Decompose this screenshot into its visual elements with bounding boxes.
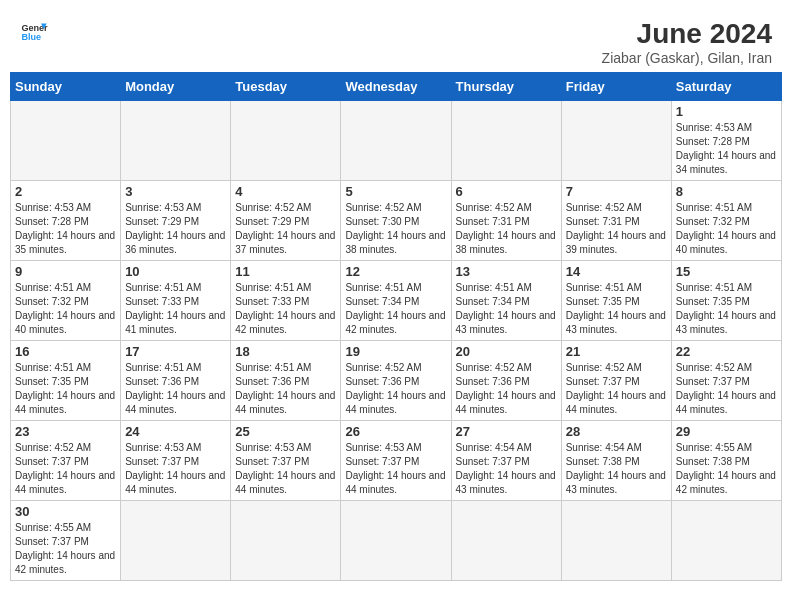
day-info: Sunrise: 4:52 AMSunset: 7:36 PMDaylight:…: [345, 361, 446, 417]
day-info: Sunrise: 4:55 AMSunset: 7:37 PMDaylight:…: [15, 521, 116, 577]
day-number: 2: [15, 184, 116, 199]
day-number: 5: [345, 184, 446, 199]
day-number: 11: [235, 264, 336, 279]
day-number: 24: [125, 424, 226, 439]
day-info: Sunrise: 4:51 AMSunset: 7:35 PMDaylight:…: [676, 281, 777, 337]
logo: General Blue: [20, 18, 48, 46]
day-info: Sunrise: 4:52 AMSunset: 7:31 PMDaylight:…: [566, 201, 667, 257]
calendar-title: June 2024: [602, 18, 772, 50]
day-number: 18: [235, 344, 336, 359]
table-row: 23Sunrise: 4:52 AMSunset: 7:37 PMDayligh…: [11, 421, 121, 501]
table-row: 11Sunrise: 4:51 AMSunset: 7:33 PMDayligh…: [231, 261, 341, 341]
day-number: 28: [566, 424, 667, 439]
table-row: [231, 501, 341, 581]
table-row: [451, 501, 561, 581]
day-number: 4: [235, 184, 336, 199]
day-info: Sunrise: 4:52 AMSunset: 7:37 PMDaylight:…: [676, 361, 777, 417]
svg-text:Blue: Blue: [21, 32, 41, 42]
day-number: 8: [676, 184, 777, 199]
table-row: [341, 101, 451, 181]
day-info: Sunrise: 4:52 AMSunset: 7:29 PMDaylight:…: [235, 201, 336, 257]
header: General Blue June 2024 Ziabar (Gaskar), …: [10, 10, 782, 72]
table-row: [121, 101, 231, 181]
header-wednesday: Wednesday: [341, 73, 451, 101]
day-info: Sunrise: 4:52 AMSunset: 7:37 PMDaylight:…: [15, 441, 116, 497]
table-row: 19Sunrise: 4:52 AMSunset: 7:36 PMDayligh…: [341, 341, 451, 421]
day-info: Sunrise: 4:53 AMSunset: 7:28 PMDaylight:…: [15, 201, 116, 257]
table-row: 15Sunrise: 4:51 AMSunset: 7:35 PMDayligh…: [671, 261, 781, 341]
day-number: 1: [676, 104, 777, 119]
title-area: June 2024 Ziabar (Gaskar), Gilan, Iran: [602, 18, 772, 66]
table-row: 13Sunrise: 4:51 AMSunset: 7:34 PMDayligh…: [451, 261, 561, 341]
day-info: Sunrise: 4:52 AMSunset: 7:30 PMDaylight:…: [345, 201, 446, 257]
day-number: 9: [15, 264, 116, 279]
day-info: Sunrise: 4:51 AMSunset: 7:35 PMDaylight:…: [566, 281, 667, 337]
table-row: [671, 501, 781, 581]
day-number: 15: [676, 264, 777, 279]
table-row: 28Sunrise: 4:54 AMSunset: 7:38 PMDayligh…: [561, 421, 671, 501]
day-info: Sunrise: 4:52 AMSunset: 7:37 PMDaylight:…: [566, 361, 667, 417]
day-number: 23: [15, 424, 116, 439]
logo-icon: General Blue: [20, 18, 48, 46]
day-info: Sunrise: 4:51 AMSunset: 7:35 PMDaylight:…: [15, 361, 116, 417]
day-info: Sunrise: 4:51 AMSunset: 7:34 PMDaylight:…: [345, 281, 446, 337]
day-info: Sunrise: 4:51 AMSunset: 7:36 PMDaylight:…: [235, 361, 336, 417]
day-info: Sunrise: 4:53 AMSunset: 7:37 PMDaylight:…: [345, 441, 446, 497]
day-number: 7: [566, 184, 667, 199]
table-row: 29Sunrise: 4:55 AMSunset: 7:38 PMDayligh…: [671, 421, 781, 501]
header-friday: Friday: [561, 73, 671, 101]
day-number: 3: [125, 184, 226, 199]
table-row: 30Sunrise: 4:55 AMSunset: 7:37 PMDayligh…: [11, 501, 121, 581]
day-number: 27: [456, 424, 557, 439]
day-number: 19: [345, 344, 446, 359]
table-row: 7Sunrise: 4:52 AMSunset: 7:31 PMDaylight…: [561, 181, 671, 261]
table-row: 12Sunrise: 4:51 AMSunset: 7:34 PMDayligh…: [341, 261, 451, 341]
table-row: [341, 501, 451, 581]
calendar-table: Sunday Monday Tuesday Wednesday Thursday…: [10, 72, 782, 581]
table-row: 18Sunrise: 4:51 AMSunset: 7:36 PMDayligh…: [231, 341, 341, 421]
day-number: 16: [15, 344, 116, 359]
table-row: 10Sunrise: 4:51 AMSunset: 7:33 PMDayligh…: [121, 261, 231, 341]
table-row: [561, 101, 671, 181]
table-row: 4Sunrise: 4:52 AMSunset: 7:29 PMDaylight…: [231, 181, 341, 261]
weekday-header-row: Sunday Monday Tuesday Wednesday Thursday…: [11, 73, 782, 101]
day-info: Sunrise: 4:54 AMSunset: 7:38 PMDaylight:…: [566, 441, 667, 497]
table-row: 2Sunrise: 4:53 AMSunset: 7:28 PMDaylight…: [11, 181, 121, 261]
table-row: 6Sunrise: 4:52 AMSunset: 7:31 PMDaylight…: [451, 181, 561, 261]
table-row: [451, 101, 561, 181]
header-saturday: Saturday: [671, 73, 781, 101]
table-row: [121, 501, 231, 581]
table-row: 3Sunrise: 4:53 AMSunset: 7:29 PMDaylight…: [121, 181, 231, 261]
day-number: 26: [345, 424, 446, 439]
day-number: 21: [566, 344, 667, 359]
table-row: [561, 501, 671, 581]
day-number: 13: [456, 264, 557, 279]
day-number: 29: [676, 424, 777, 439]
table-row: 9Sunrise: 4:51 AMSunset: 7:32 PMDaylight…: [11, 261, 121, 341]
calendar-subtitle: Ziabar (Gaskar), Gilan, Iran: [602, 50, 772, 66]
table-row: 16Sunrise: 4:51 AMSunset: 7:35 PMDayligh…: [11, 341, 121, 421]
header-tuesday: Tuesday: [231, 73, 341, 101]
day-number: 25: [235, 424, 336, 439]
day-number: 30: [15, 504, 116, 519]
table-row: 27Sunrise: 4:54 AMSunset: 7:37 PMDayligh…: [451, 421, 561, 501]
day-info: Sunrise: 4:54 AMSunset: 7:37 PMDaylight:…: [456, 441, 557, 497]
day-number: 12: [345, 264, 446, 279]
header-sunday: Sunday: [11, 73, 121, 101]
day-number: 14: [566, 264, 667, 279]
day-info: Sunrise: 4:55 AMSunset: 7:38 PMDaylight:…: [676, 441, 777, 497]
day-number: 17: [125, 344, 226, 359]
day-info: Sunrise: 4:53 AMSunset: 7:37 PMDaylight:…: [235, 441, 336, 497]
day-info: Sunrise: 4:52 AMSunset: 7:31 PMDaylight:…: [456, 201, 557, 257]
day-info: Sunrise: 4:51 AMSunset: 7:32 PMDaylight:…: [676, 201, 777, 257]
header-monday: Monday: [121, 73, 231, 101]
day-info: Sunrise: 4:51 AMSunset: 7:32 PMDaylight:…: [15, 281, 116, 337]
day-info: Sunrise: 4:51 AMSunset: 7:33 PMDaylight:…: [235, 281, 336, 337]
day-number: 6: [456, 184, 557, 199]
table-row: 5Sunrise: 4:52 AMSunset: 7:30 PMDaylight…: [341, 181, 451, 261]
table-row: 14Sunrise: 4:51 AMSunset: 7:35 PMDayligh…: [561, 261, 671, 341]
day-info: Sunrise: 4:53 AMSunset: 7:29 PMDaylight:…: [125, 201, 226, 257]
header-thursday: Thursday: [451, 73, 561, 101]
day-info: Sunrise: 4:51 AMSunset: 7:33 PMDaylight:…: [125, 281, 226, 337]
day-info: Sunrise: 4:52 AMSunset: 7:36 PMDaylight:…: [456, 361, 557, 417]
